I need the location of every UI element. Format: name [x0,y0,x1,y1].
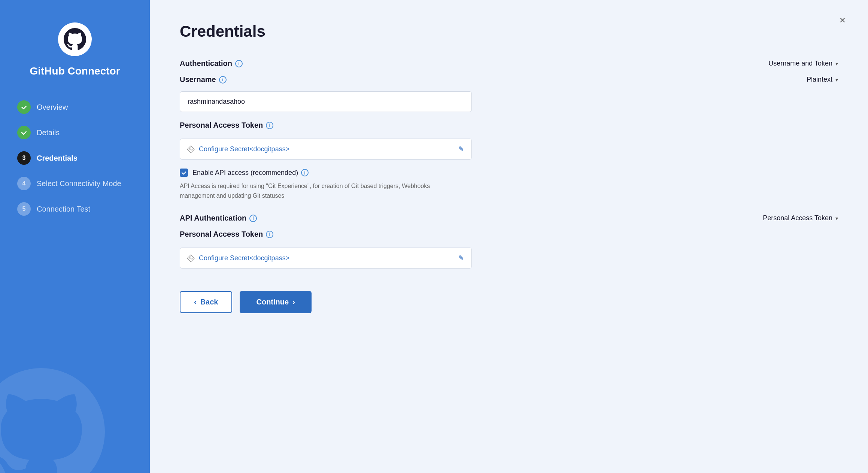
key-icon: ⚿ [186,144,196,154]
username-info-icon[interactable]: i [219,76,227,84]
details-check-icon [17,126,31,139]
personal-access-token-info-icon[interactable]: i [266,122,273,129]
api-authentication-label: API Authentication i [180,214,257,222]
api-access-info-icon[interactable]: i [301,169,309,176]
api-edit-secret-button[interactable]: ✎ [458,254,464,262]
configure-secret-link[interactable]: Configure Secret<docgitpass> [199,145,289,153]
authentication-row: Authentication i Username and Token ▾ [180,59,838,68]
connection-test-num-icon: 5 [17,202,31,216]
api-access-label: Enable API access (recommended) i [192,169,309,177]
api-secret-field-content: ⚿ Configure Secret<docgitpass> [188,254,289,262]
sidebar-item-overview[interactable]: Overview [11,96,139,118]
page-title: Credentials [180,22,838,40]
api-note-text: API Access is required for using "Git Ex… [180,181,442,200]
overview-label: Overview [37,103,68,112]
main-content: × Credentials Authentication i Username … [150,0,868,473]
connection-test-label: Connection Test [37,205,90,213]
personal-access-token-field: ⚿ Configure Secret<docgitpass> ✎ [180,139,472,160]
close-button[interactable]: × [840,15,846,25]
details-label: Details [37,128,60,137]
api-personal-access-token-label: Personal Access Token i [180,230,838,239]
credentials-num-icon: 3 [17,151,31,165]
sidebar-item-connection-test[interactable]: 5 Connection Test [11,198,139,220]
username-mode-dropdown[interactable]: Plaintext ▾ [807,76,838,84]
continue-chevron-icon: › [292,298,295,306]
sidebar-bg-decoration [0,368,105,473]
sidebar: GitHub Connector Overview Details 3 Cred… [0,0,150,473]
api-personal-access-token-info-icon[interactable]: i [266,231,273,238]
username-label: Username i [180,75,227,84]
username-row: Username i Plaintext ▾ [180,75,838,84]
authentication-dropdown[interactable]: Username and Token ▾ [768,60,838,67]
nav-menu: Overview Details 3 Credentials 4 Select … [11,96,139,220]
app-logo [58,22,92,56]
sidebar-title: GitHub Connector [30,65,120,77]
footer-buttons: ‹ Back Continue › [180,291,838,313]
api-access-checkbox-row: Enable API access (recommended) i [180,169,838,177]
secret-field-content: ⚿ Configure Secret<docgitpass> [188,145,289,153]
sidebar-item-connectivity[interactable]: 4 Select Connectivity Mode [11,172,139,195]
authentication-info-icon[interactable]: i [235,60,243,67]
api-configure-secret-link[interactable]: Configure Secret<docgitpass> [199,254,289,262]
back-button[interactable]: ‹ Back [180,291,232,313]
edit-secret-button[interactable]: ✎ [458,145,464,153]
authentication-chevron-icon: ▾ [835,61,838,67]
back-chevron-icon: ‹ [194,298,197,306]
api-access-checkbox[interactable] [180,169,188,177]
api-authentication-info-icon[interactable]: i [249,215,257,222]
api-key-icon: ⚿ [186,253,196,263]
api-personal-access-token-field: ⚿ Configure Secret<docgitpass> ✎ [180,248,472,269]
connectivity-num-icon: 4 [17,177,31,190]
username-input[interactable] [180,91,472,112]
continue-button[interactable]: Continue › [240,291,311,313]
overview-check-icon [17,100,31,114]
credentials-label: Credentials [37,154,78,163]
sidebar-item-credentials[interactable]: 3 Credentials [11,147,139,169]
authentication-label: Authentication i [180,59,243,68]
sidebar-item-details[interactable]: Details [11,121,139,144]
api-authentication-dropdown[interactable]: Personal Access Token ▾ [763,214,838,222]
connectivity-label: Select Connectivity Mode [37,179,121,188]
api-authentication-chevron-icon: ▾ [835,215,838,221]
username-mode-chevron-icon: ▾ [835,77,838,83]
personal-access-token-label: Personal Access Token i [180,121,838,130]
api-authentication-row: API Authentication i Personal Access Tok… [180,214,838,222]
